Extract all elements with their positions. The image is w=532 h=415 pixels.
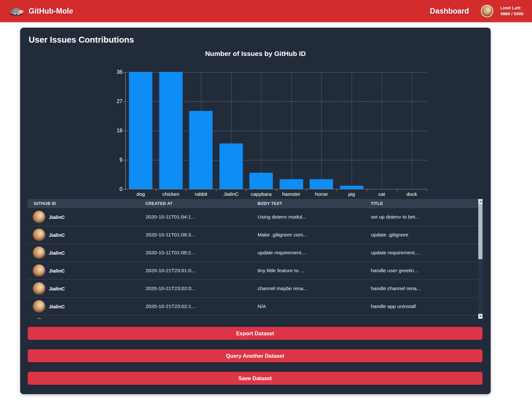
cell-body-text: update requirement.... xyxy=(258,250,371,256)
cell-body-text: N/A xyxy=(258,303,371,309)
page-title: User Issues Contributions xyxy=(29,35,134,45)
x-axis-label: dog xyxy=(126,191,156,197)
x-gridline xyxy=(412,72,412,189)
github-id-text: JialinC xyxy=(49,232,65,238)
cell-github-id: JialinC xyxy=(28,211,146,223)
bar-dog xyxy=(129,72,152,189)
table-row: JialinC2020-10-21T23:02:1...N/Ahandle ap… xyxy=(28,298,483,315)
row-avatar xyxy=(33,211,45,223)
table-header: GITHUB ID CREATED AT BODY TEXT TITLE xyxy=(28,199,483,208)
x-gridline xyxy=(291,72,292,189)
bar-hamster xyxy=(280,179,303,189)
bar-chicken xyxy=(159,72,183,189)
y-axis-tick xyxy=(123,160,126,160)
y-axis-label: 27 xyxy=(107,99,122,104)
rate-limit-indicator: Limit Left: 4980 / 5000 xyxy=(500,5,524,17)
scrollbar-down-arrow[interactable] xyxy=(478,314,483,319)
y-axis-tick xyxy=(123,101,126,102)
github-id-text: JialinC xyxy=(49,286,65,291)
user-avatar[interactable] xyxy=(481,5,493,17)
limit-value: 4980 / 5000 xyxy=(500,11,524,17)
cell-github-id: JialinC xyxy=(28,229,146,241)
github-id-text: JialinC xyxy=(49,250,65,256)
header-body-text: BODY TEXT xyxy=(258,201,371,206)
x-axis-label: cat xyxy=(367,191,397,197)
navbar: GitHub-Mole Dashboard Limit Left: 4980 /… xyxy=(0,0,532,22)
cell-title: update .gitignore xyxy=(371,232,483,238)
x-axis-label: hamster xyxy=(276,191,307,197)
bar-chart: 09182736dogchickenrabbitJialinCcapybarah… xyxy=(125,72,427,189)
limit-label: Limit Left: xyxy=(500,5,524,11)
save-dataset-button[interactable]: Save Dataset xyxy=(28,372,483,385)
table-body: JialinC2020-10-11T01:04:1...Using dotenv… xyxy=(28,208,483,319)
x-gridline xyxy=(382,72,382,189)
chart-title: Number of Issues by GitHub ID xyxy=(20,50,491,58)
github-id-text: JialinC xyxy=(49,304,65,309)
header-created-at: CREATED AT xyxy=(146,201,258,206)
scrollbar-up-arrow[interactable] xyxy=(478,199,483,204)
bar-capybara xyxy=(249,173,273,189)
table-row: JialinC2020-10-11T01:04:1...Using dotenv… xyxy=(28,208,483,226)
bar-pig xyxy=(340,186,363,189)
row-avatar xyxy=(33,318,45,319)
bar-JialinC xyxy=(219,143,243,189)
dashboard-card: User Issues Contributions Number of Issu… xyxy=(20,28,491,394)
y-axis-label: 0 xyxy=(107,186,122,192)
query-another-dataset-button[interactable]: Query Another Dataset xyxy=(28,349,483,362)
row-avatar xyxy=(33,264,45,277)
y-axis-tick xyxy=(123,189,126,190)
y-axis-label: 18 xyxy=(107,128,122,134)
y-axis-label: 9 xyxy=(107,157,122,163)
cell-body-text: Make .gitignore com... xyxy=(258,232,371,238)
row-avatar xyxy=(33,282,45,295)
cell-created-at: 2020-10-11T01:08:3... xyxy=(146,232,258,238)
y-axis-tick xyxy=(123,131,126,131)
cell-created-at: 2020-10-21T23:01:0... xyxy=(146,268,258,274)
table-row-partial xyxy=(28,315,483,319)
x-axis-label: horse xyxy=(306,191,337,197)
cell-body-text: Using dotenv modul... xyxy=(258,214,371,220)
table-row: JialinC2020-10-21T23:01:0...tiny little … xyxy=(28,262,483,280)
cell-title: handle channel rena... xyxy=(371,286,483,291)
x-gridline xyxy=(321,72,322,189)
export-dataset-button[interactable]: Export Dataset xyxy=(28,327,483,340)
table-scrollbar[interactable] xyxy=(478,199,483,319)
cell-github-id xyxy=(28,318,146,319)
issues-table: GITHUB ID CREATED AT BODY TEXT TITLE Jia… xyxy=(28,199,483,319)
brand-title: GitHub-Mole xyxy=(29,7,73,16)
scrollbar-thumb[interactable] xyxy=(478,204,483,259)
cell-body-text: tiny little feature to ... xyxy=(258,268,371,274)
cell-title: handle user greetin... xyxy=(371,268,483,274)
x-gridline xyxy=(352,72,352,189)
x-axis-tick xyxy=(427,189,427,191)
table-row: JialinC2020-10-11T01:09:2...update requi… xyxy=(28,244,483,262)
x-axis-label: chicken xyxy=(156,191,186,197)
cell-github-id: JialinC xyxy=(28,300,146,313)
table-row: JialinC2020-10-21T23:02:0...channel mayb… xyxy=(28,280,483,298)
github-id-text: JialinC xyxy=(49,268,65,274)
header-title: TITLE xyxy=(371,201,483,206)
row-avatar xyxy=(33,229,45,241)
bar-rabbit xyxy=(189,111,213,189)
x-axis-label: capybara xyxy=(246,191,276,197)
triangle-up-icon xyxy=(479,201,482,202)
cell-created-at: 2020-10-11T01:09:2... xyxy=(146,250,258,256)
header-github-id: GITHUB ID xyxy=(28,201,146,206)
bar-horse xyxy=(310,179,333,189)
y-axis-tick xyxy=(123,72,126,73)
row-avatar xyxy=(33,300,45,313)
github-id-text: JialinC xyxy=(49,214,65,220)
y-axis-label: 36 xyxy=(107,69,122,75)
x-axis-label: rabbit xyxy=(186,191,216,197)
x-axis-label: duck xyxy=(397,191,427,197)
x-gridline xyxy=(261,72,261,189)
cell-created-at: 2020-10-11T01:04:1... xyxy=(146,214,258,220)
cell-body-text: channel maybe rena... xyxy=(258,286,371,291)
x-axis-label: pig xyxy=(337,191,367,197)
cell-created-at: 2020-10-21T23:02:0... xyxy=(146,286,258,291)
triangle-down-icon xyxy=(479,315,482,317)
nav-link-dashboard[interactable]: Dashboard xyxy=(430,7,469,16)
brand[interactable]: GitHub-Mole xyxy=(8,5,73,17)
cell-created-at: 2020-10-21T23:02:1... xyxy=(146,303,258,309)
cell-title: update requirement.... xyxy=(371,250,483,256)
